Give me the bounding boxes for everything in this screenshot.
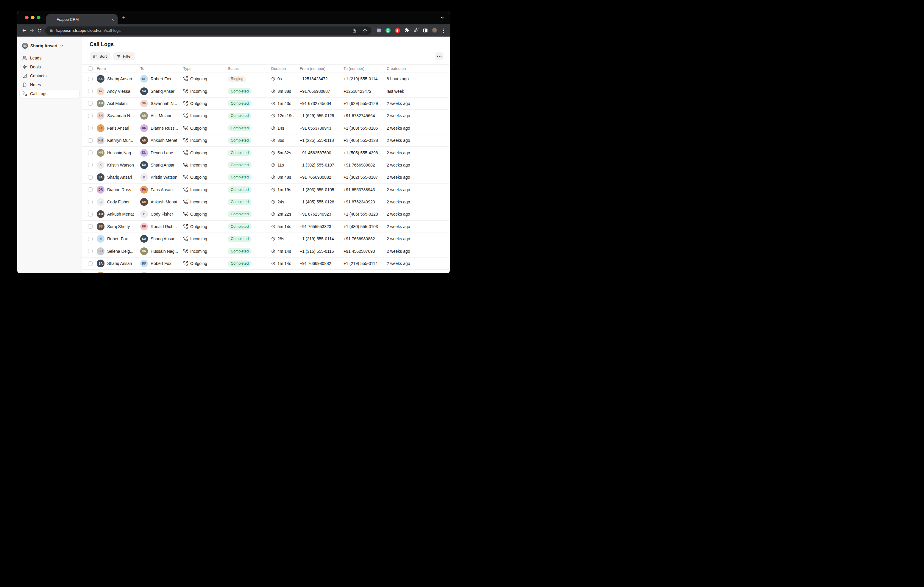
table-row[interactable]: K Kristin Watson SA Shariq Ansari Incomi… — [82, 159, 450, 171]
row-checkbox[interactable] — [88, 77, 92, 81]
url-domain: frappecrm.frappe.cloud — [56, 28, 97, 33]
table-row[interactable]: AM Asif Mulani SN Savannah N... Outgoing… — [82, 97, 450, 110]
filter-button[interactable]: Filter — [113, 53, 135, 60]
table-row[interactable]: SN Savannah N... AM Asif Mulani Incoming… — [82, 110, 450, 122]
row-checkbox[interactable] — [88, 175, 92, 179]
close-window-button[interactable] — [25, 16, 28, 19]
column-header-from-number[interactable]: From (number) — [300, 66, 343, 71]
row-checkbox[interactable] — [88, 224, 92, 229]
row-checkbox[interactable] — [88, 126, 92, 130]
row-checkbox[interactable] — [88, 163, 92, 167]
column-header-created-on[interactable]: Created on — [387, 66, 450, 71]
refresh-button[interactable] — [36, 27, 43, 35]
side-panel-icon[interactable] — [423, 28, 427, 33]
clock-icon — [271, 101, 276, 105]
table-row[interactable]: DR Dianne Russ... FA Faris Ansari Incomi… — [82, 184, 450, 196]
to-avatar: DR — [140, 124, 148, 132]
row-checkbox[interactable] — [88, 237, 92, 241]
table-row[interactable]: RF Robert Fox SA Shariq Ansari Incoming … — [82, 233, 450, 245]
row-checkbox[interactable] — [88, 138, 92, 143]
table-row[interactable]: KM Kathryn Mur... AM Ankush Menat Incomi… — [82, 135, 450, 146]
new-tab-button[interactable]: + — [122, 15, 125, 21]
table-row[interactable]: FA Faris Ansari DR Dianne Russ... Outgoi… — [82, 122, 450, 135]
tab-close-icon[interactable]: × — [111, 17, 114, 22]
back-button[interactable] — [20, 27, 28, 35]
sidebar-item-leads[interactable]: Leads — [20, 54, 79, 62]
select-all-checkbox[interactable] — [88, 66, 92, 71]
adblock-extension-icon[interactable] — [395, 28, 400, 33]
created-on: last week — [387, 89, 450, 94]
from-cell: KM Kathryn Mur... — [97, 136, 140, 144]
address-bar[interactable]: frappecrm.frappe.cloud/crm/call-logs — [45, 26, 371, 35]
row-checkbox[interactable] — [88, 249, 92, 253]
user-dropdown[interactable]: SA Shariq Ansari — [22, 42, 79, 49]
table-row[interactable]: SA Shariq Ansari RF Robert Fox Outgoing … — [82, 73, 450, 85]
browser-tab[interactable]: F Frappe CRM × — [46, 14, 117, 25]
browser-menu-icon[interactable] — [442, 28, 445, 33]
row-checkbox[interactable] — [88, 261, 92, 266]
table-row[interactable]: AV Andy Viessa SA Shariq Ansari Incoming… — [82, 85, 450, 97]
duration-value: 1m 19s — [277, 187, 291, 192]
from-name: Shariq Ansari — [107, 175, 132, 179]
to-avatar: SA — [140, 87, 148, 95]
table-row[interactable]: SD Selena Delg... HN Hussain Nag... Inco… — [82, 245, 450, 257]
table-row[interactable]: SA Shariq Ansari K Kristin Watson Outgoi… — [82, 171, 450, 184]
table-row[interactable]: HN Hussain Nag... DL Devon Lane Outgoing… — [82, 146, 450, 159]
to-avatar: RR — [140, 223, 148, 230]
from-name: Savannah N... — [107, 113, 134, 118]
sidebar-item-notes[interactable]: Notes — [20, 81, 79, 89]
tab-search-chevron-icon[interactable] — [440, 15, 444, 21]
browser-profile-avatar[interactable] — [432, 28, 437, 33]
column-header-type[interactable]: Type — [183, 66, 228, 71]
more-options-button[interactable] — [435, 53, 444, 60]
status-cell: Completed — [228, 125, 271, 131]
table-row[interactable]: SS Suraj Shetty RR Ronald Rich... Outgoi… — [82, 220, 450, 233]
minimize-window-button[interactable] — [31, 16, 35, 19]
forward-button[interactable] — [28, 27, 36, 35]
row-checkbox[interactable] — [88, 113, 92, 118]
sidebar-item-deals[interactable]: Deals — [20, 63, 79, 71]
to-avatar: C — [140, 210, 148, 218]
row-checkbox[interactable] — [88, 150, 92, 155]
from-number: +1 (316) 555-0116 — [300, 249, 343, 254]
status-badge: Completed — [228, 236, 252, 242]
column-header-status[interactable]: Status — [228, 66, 271, 71]
incoming-call-icon — [183, 249, 188, 254]
from-avatar: SS — [97, 223, 104, 230]
sidebar-item-label: Call Logs — [30, 91, 47, 96]
from-name: Kristin Watson — [107, 163, 134, 168]
to-name: Shariq Ansari — [151, 237, 175, 241]
row-checkbox[interactable] — [88, 200, 92, 204]
row-checkbox[interactable] — [88, 101, 92, 105]
status-badge: Completed — [228, 137, 252, 144]
from-number: +1 (219) 555-0114 — [300, 237, 343, 241]
maximize-window-button[interactable] — [37, 16, 41, 19]
table-row[interactable]: AM Ankush Menat C Cody Fisher Outgoing C… — [82, 208, 450, 220]
from-number: +12518423472 — [300, 76, 343, 81]
created-on: 2 weeks ago — [387, 138, 450, 143]
column-header-to-number[interactable]: To (number) — [343, 66, 387, 71]
page-title: Call Logs — [82, 36, 450, 47]
column-header-to[interactable]: To — [140, 66, 183, 71]
share-icon[interactable] — [352, 28, 356, 33]
table-row[interactable]: C Cody Fisher AM Ankush Menat Incoming C… — [82, 196, 450, 208]
bookmark-star-icon[interactable] — [363, 28, 367, 33]
sidebar-item-call-logs[interactable]: Call Logs — [20, 89, 79, 98]
from-cell: SA Shariq Ansari — [97, 173, 140, 181]
table-row[interactable] — [82, 270, 450, 273]
row-checkbox[interactable] — [88, 89, 92, 94]
to-number: +1 (302) 555-0107 — [343, 175, 387, 179]
table-row[interactable]: SA Shariq Ansari RF Robert Fox Outgoing … — [82, 258, 450, 270]
type-label: Outgoing — [190, 126, 207, 130]
sidebar-item-contacts[interactable]: Contacts — [20, 72, 79, 80]
extensions-puzzle-icon[interactable] — [404, 27, 409, 34]
row-checkbox[interactable] — [88, 212, 92, 217]
grammarly-extension-icon[interactable]: G — [386, 28, 391, 33]
column-header-from[interactable]: From — [97, 66, 140, 71]
row-checkbox[interactable] — [88, 187, 92, 192]
purple-cat-extension-icon[interactable] — [377, 28, 381, 33]
sort-button[interactable]: Sort — [90, 53, 110, 60]
leaf-extension-icon[interactable] — [414, 27, 419, 34]
column-header-duration[interactable]: Duration — [271, 66, 300, 71]
list-actions: Sort Filter — [90, 53, 444, 60]
